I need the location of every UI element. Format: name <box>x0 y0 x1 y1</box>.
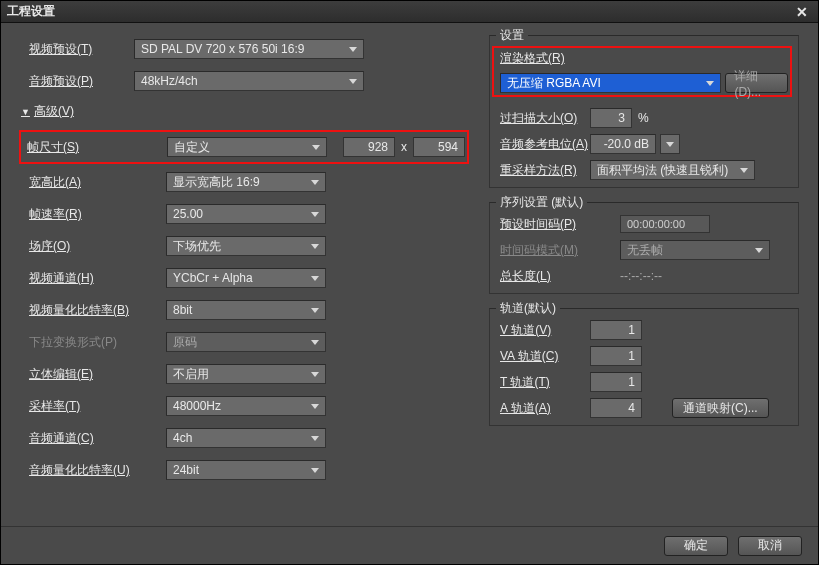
detail-button[interactable]: 详细(D)... <box>725 73 788 93</box>
a-track-input[interactable]: 4 <box>590 398 642 418</box>
titlebar: 工程设置 ✕ <box>1 1 818 23</box>
preset-tc-value[interactable]: 00:00:00:00 <box>620 215 710 233</box>
aspect-select[interactable]: 显示宽高比 16:9 <box>166 172 326 192</box>
stereo-select[interactable]: 不启用 <box>166 364 326 384</box>
sample-rate-select[interactable]: 48000Hz <box>166 396 326 416</box>
dialog-footer: 确定 取消 <box>1 526 818 564</box>
total-len-label: 总长度(L) <box>500 268 590 285</box>
frame-size-mode-select[interactable]: 自定义 <box>167 137 327 157</box>
tc-mode-select: 无丢帧 <box>620 240 770 260</box>
track-legend: 轨道(默认) <box>496 300 560 317</box>
audio-ref-dropdown-icon[interactable] <box>660 134 680 154</box>
fps-label: 帧速率(R) <box>19 206 134 223</box>
video-channel-label: 视频通道(H) <box>19 270 134 287</box>
video-bit-label: 视频量化比特率(B) <box>19 302 134 319</box>
settings-legend: 设置 <box>496 27 528 44</box>
frame-height-input[interactable]: 594 <box>413 137 465 157</box>
va-track-input[interactable]: 1 <box>590 346 642 366</box>
fps-select[interactable]: 25.00 <box>166 204 326 224</box>
overscan-input[interactable]: 3 <box>590 108 632 128</box>
resample-label: 重采样方法(R) <box>500 162 590 179</box>
pulldown-select: 原码 <box>166 332 326 352</box>
preset-tc-label: 预设时间码(P) <box>500 216 590 233</box>
pulldown-label: 下拉变换形式(P) <box>19 334 134 351</box>
x-label: x <box>401 140 407 154</box>
stereo-label: 立体编辑(E) <box>19 366 134 383</box>
total-len-value: --:--:--:-- <box>620 269 662 283</box>
aspect-label: 宽高比(A) <box>19 174 134 191</box>
cancel-button[interactable]: 取消 <box>738 536 802 556</box>
render-format-select[interactable]: 无压缩 RGBA AVI <box>500 73 721 93</box>
a-track-label: A 轨道(A) <box>500 400 590 417</box>
video-channel-select[interactable]: YCbCr + Alpha <box>166 268 326 288</box>
tc-mode-label: 时间码模式(M) <box>500 242 590 259</box>
audio-channel-label: 音频通道(C) <box>19 430 134 447</box>
sample-rate-label: 采样率(T) <box>19 398 134 415</box>
audio-ref-label: 音频参考电位(A) <box>500 136 590 153</box>
video-bit-select[interactable]: 8bit <box>166 300 326 320</box>
audio-bit-select[interactable]: 24bit <box>166 460 326 480</box>
overscan-label: 过扫描大小(O) <box>500 110 590 127</box>
render-format-highlight: 渲染格式(R) 无压缩 RGBA AVI 详细(D)... <box>492 46 792 97</box>
audio-ref-input[interactable]: -20.0 dB <box>590 134 656 154</box>
frame-width-input[interactable]: 928 <box>343 137 395 157</box>
ok-button[interactable]: 确定 <box>664 536 728 556</box>
audio-bit-label: 音频量化比特率(U) <box>19 462 134 479</box>
sequence-legend: 序列设置 (默认) <box>496 194 587 211</box>
resample-select[interactable]: 面积平均法 (快速且锐利) <box>590 160 755 180</box>
project-settings-dialog: 工程设置 ✕ 视频预设(T) SD PAL DV 720 x 576 50i 1… <box>0 0 819 565</box>
video-preset-label: 视频预设(T) <box>19 41 134 58</box>
percent-label: % <box>638 111 649 125</box>
t-track-label: T 轨道(T) <box>500 374 590 391</box>
window-title: 工程设置 <box>7 3 55 20</box>
audio-channel-select[interactable]: 4ch <box>166 428 326 448</box>
audio-preset-select[interactable]: 48kHz/4ch <box>134 71 364 91</box>
v-track-label: V 轨道(V) <box>500 322 590 339</box>
channel-map-button[interactable]: 通道映射(C)... <box>672 398 769 418</box>
v-track-input[interactable]: 1 <box>590 320 642 340</box>
field-order-select[interactable]: 下场优先 <box>166 236 326 256</box>
advanced-toggle[interactable]: 高级(V) <box>21 103 74 120</box>
video-preset-select[interactable]: SD PAL DV 720 x 576 50i 16:9 <box>134 39 364 59</box>
frame-size-label: 帧尺寸(S) <box>27 139 142 156</box>
audio-preset-label: 音频预设(P) <box>19 73 134 90</box>
close-icon[interactable]: ✕ <box>792 4 812 20</box>
va-track-label: VA 轨道(C) <box>500 348 590 365</box>
t-track-input[interactable]: 1 <box>590 372 642 392</box>
field-order-label: 场序(O) <box>19 238 134 255</box>
frame-size-highlight: 帧尺寸(S) 自定义 928 x 594 <box>19 130 469 164</box>
render-format-label: 渲染格式(R) <box>500 50 788 67</box>
